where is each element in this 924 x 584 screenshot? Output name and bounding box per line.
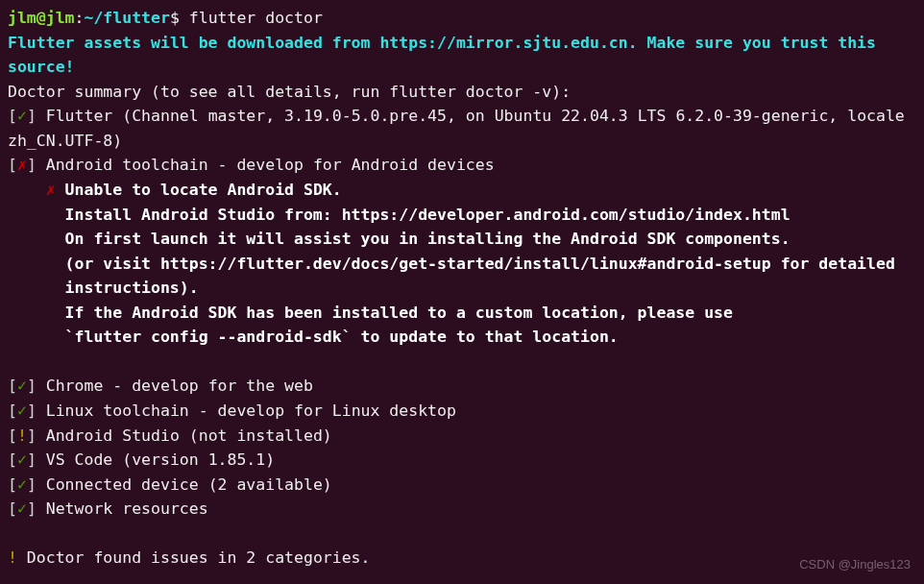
command-text <box>180 9 189 27</box>
android-sub3: On first launch it will assist you in in… <box>8 227 918 252</box>
android-sub5: If the Android SDK has been installed to… <box>8 301 918 326</box>
doctor-footer: ! Doctor found issues in 2 categories. <box>8 546 918 571</box>
android-sub2: Install Android Studio from: https://dev… <box>8 203 918 228</box>
prompt-dollar: $ <box>170 9 180 27</box>
check-android-text: Android toolchain - develop for Android … <box>46 156 495 174</box>
android-sub1: ✗ Unable to locate Android SDK. <box>8 178 918 203</box>
check-icon: ✓ <box>17 499 27 518</box>
check-android-toolchain: [✗] Android toolchain - develop for Andr… <box>8 153 918 178</box>
android-sub6: `flutter config --android-sdk` to update… <box>8 325 918 350</box>
blank-line <box>8 350 918 375</box>
check-flutter: [✓] Flutter (Channel master, 3.19.0-5.0.… <box>8 104 918 153</box>
prompt-line[interactable]: jlm@jlm:~/flutter$ flutter doctor <box>8 6 918 31</box>
check-icon: ✓ <box>17 450 27 469</box>
prompt-path: ~/flutter <box>84 9 169 27</box>
check-vscode: [✓] VS Code (version 1.85.1) <box>8 448 918 473</box>
watermark: CSDN @Jingles123 <box>799 555 911 574</box>
android-sub4: (or visit https://flutter.dev/docs/get-s… <box>8 252 918 301</box>
check-chrome: [✓] Chrome - develop for the web <box>8 374 918 399</box>
terminal-output: jlm@jlm:~/flutter$ flutter doctor Flutte… <box>8 6 918 571</box>
warning-icon: ! <box>8 548 17 567</box>
warning-icon: ! <box>17 426 27 445</box>
blank-line <box>8 522 918 547</box>
prompt-sep: : <box>75 9 85 27</box>
check-network: [✓] Network resources <box>8 497 918 522</box>
cross-icon: ✗ <box>17 156 27 174</box>
check-connected: [✓] Connected device (2 available) <box>8 473 918 498</box>
cross-icon: ✗ <box>46 181 56 199</box>
check-icon: ✓ <box>17 377 27 395</box>
command: flutter doctor <box>189 9 323 27</box>
prompt-user: jlm@jlm <box>8 9 75 27</box>
check-flutter-text: Flutter (Channel master, 3.19.0-5.0.pre.… <box>8 107 914 150</box>
check-icon: ✓ <box>17 475 27 494</box>
check-icon: ✓ <box>17 402 27 420</box>
doctor-summary-header: Doctor summary (to see all details, run … <box>8 80 918 105</box>
download-message: Flutter assets will be downloaded from h… <box>8 31 918 80</box>
check-icon: ✓ <box>17 107 27 125</box>
check-android-studio: [!] Android Studio (not installed) <box>8 424 918 449</box>
check-linux-toolchain: [✓] Linux toolchain - develop for Linux … <box>8 399 918 424</box>
